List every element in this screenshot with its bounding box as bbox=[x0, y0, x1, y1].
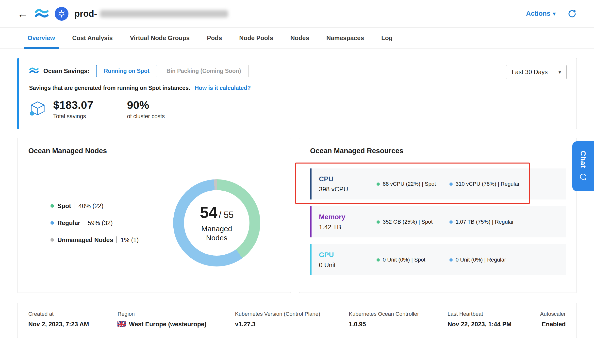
divider bbox=[110, 100, 110, 119]
cpu-total: 398 vCPU bbox=[319, 185, 371, 193]
top-bar: ← prod- bbox=[0, 0, 594, 28]
managed-nodes-body: Spot 40% (22) Regular 59% (32) Unmanaged… bbox=[28, 179, 280, 266]
legend-value: 59% (32) bbox=[88, 219, 113, 227]
total-savings-block: $183.07 Total savings bbox=[53, 99, 93, 120]
tab-node-pools[interactable]: Node Pools bbox=[239, 28, 274, 49]
cpu-head: CPU 398 vCPU bbox=[319, 175, 371, 193]
actions-button[interactable]: Actions ▾ bbox=[526, 10, 556, 17]
tab-namespaces[interactable]: Namespaces bbox=[326, 28, 364, 49]
memory-spot-stat: 352 GB (25%) | Spot bbox=[377, 219, 449, 225]
legend-value: 1% (1) bbox=[120, 236, 139, 244]
back-arrow-icon[interactable]: ← bbox=[17, 8, 29, 19]
cluster-cost-caption: of cluster costs bbox=[127, 113, 165, 120]
memory-regular-value: 1.07 TB (75%) | Regular bbox=[456, 219, 514, 225]
managed-resources-title: Ocean Managed Resources bbox=[310, 147, 566, 155]
savings-totals-row: $183.07 Total savings 90% of cluster cos… bbox=[29, 99, 566, 120]
tab-cost-analysis[interactable]: Cost Analysis bbox=[72, 28, 113, 49]
footer-region: Region West Europe (westeurope) bbox=[117, 311, 206, 328]
savings-description: Savings that are generated from running … bbox=[29, 85, 190, 91]
spot-dot-icon bbox=[50, 204, 54, 208]
gpu-label: GPU bbox=[319, 251, 371, 259]
gpu-total: 0 Unit bbox=[319, 261, 371, 269]
footer-k8s-version: Kubernetes Version (Control Plane) v1.27… bbox=[235, 311, 320, 328]
kubernetes-logo-icon bbox=[55, 7, 68, 21]
cpu-label: CPU bbox=[319, 175, 371, 183]
ocean-managed-nodes-card: Ocean Managed Nodes Spot 40% (22) Regula… bbox=[17, 138, 291, 293]
regular-dot-icon bbox=[50, 221, 54, 225]
period-dropdown[interactable]: Last 30 Days ▾ bbox=[506, 65, 567, 79]
memory-total: 1.42 TB bbox=[319, 223, 371, 231]
resource-row-cpu: CPU 398 vCPU 88 vCPU (22%) | Spot 310 vC… bbox=[310, 168, 566, 199]
how-calculated-link[interactable]: How is it calculated? bbox=[195, 85, 251, 91]
last-heartbeat-value: Nov 22, 2023, 1:44 PM bbox=[447, 321, 512, 328]
tab-virtual-node-groups[interactable]: Virtual Node Groups bbox=[130, 28, 190, 49]
tab-overview[interactable]: Overview bbox=[27, 28, 55, 49]
wave-icon bbox=[29, 67, 39, 76]
uk-flag-icon bbox=[117, 321, 126, 327]
spot-logo-icon bbox=[34, 8, 49, 20]
tab-pods[interactable]: Pods bbox=[206, 28, 222, 49]
divider bbox=[310, 162, 566, 162]
cpu-spot-stat: 88 vCPU (22%) | Spot bbox=[377, 181, 449, 187]
savings-toggle-group: Running on Spot Bin Packing (Coming Soon… bbox=[96, 65, 249, 77]
spot-dot-icon bbox=[377, 258, 380, 262]
cluster-info-footer: Created at Nov 2, 2023, 7:23 AM Region W… bbox=[17, 303, 577, 338]
footer-ocean-controller: Kubernetes Ocean Controller 1.0.95 bbox=[349, 311, 419, 328]
donut-caption: Managed Nodes bbox=[196, 224, 238, 243]
footer-autoscaler: Autoscaler Enabled bbox=[540, 311, 566, 328]
k8s-version-label: Kubernetes Version (Control Plane) bbox=[235, 311, 320, 317]
bin-packing-button[interactable]: Bin Packing (Coming Soon) bbox=[159, 65, 249, 77]
cpu-spot-value: 88 vCPU (22%) | Spot bbox=[383, 181, 436, 187]
cluster-cost-percent: 90% bbox=[127, 99, 165, 112]
refresh-button[interactable] bbox=[567, 9, 577, 18]
cluster-name-prefix: prod- bbox=[74, 9, 97, 19]
tab-log[interactable]: Log bbox=[381, 28, 393, 49]
autoscaler-value: Enabled bbox=[542, 321, 566, 328]
cpu-regular-value: 310 vCPU (78%) | Regular bbox=[456, 181, 520, 187]
ocean-controller-value: 1.0.95 bbox=[349, 321, 419, 328]
region-value: West Europe (westeurope) bbox=[129, 321, 206, 328]
cpu-stats: 88 vCPU (22%) | Spot 310 vCPU (78%) | Re… bbox=[377, 181, 520, 187]
divider bbox=[28, 162, 280, 162]
memory-stats: 352 GB (25%) | Spot 1.07 TB (75%) | Regu… bbox=[377, 219, 514, 225]
donut-count: 54 / 55 bbox=[200, 203, 233, 222]
k8s-version-value: v1.27.3 bbox=[235, 321, 320, 328]
chevron-down-icon: ▾ bbox=[559, 69, 561, 75]
tab-bar: Overview Cost Analysis Virtual Node Grou… bbox=[0, 28, 594, 49]
resource-row-memory: Memory 1.42 TB 352 GB (25%) | Spot 1.07 … bbox=[310, 206, 566, 237]
running-on-spot-button[interactable]: Running on Spot bbox=[96, 65, 157, 77]
chat-button[interactable]: Chat bbox=[572, 141, 594, 191]
memory-regular-stat: 1.07 TB (75%) | Regular bbox=[449, 219, 514, 225]
cube-icon bbox=[29, 100, 46, 118]
last-heartbeat-label: Last Heartbeat bbox=[447, 311, 512, 317]
memory-label: Memory bbox=[319, 213, 371, 221]
cluster-name-redacted bbox=[100, 10, 228, 17]
legend-item-spot: Spot 40% (22) bbox=[50, 202, 139, 210]
period-dropdown-value: Last 30 Days bbox=[512, 68, 548, 76]
refresh-icon bbox=[567, 9, 577, 18]
legend-value: 40% (22) bbox=[79, 202, 103, 210]
managed-count: 54 bbox=[200, 203, 217, 222]
gpu-spot-stat: 0 Unit (0%) | Spot bbox=[377, 257, 449, 263]
cpu-regular-stat: 310 vCPU (78%) | Regular bbox=[449, 181, 520, 187]
chat-label: Chat bbox=[579, 151, 587, 168]
spot-dot-icon bbox=[377, 220, 380, 224]
legend-label: Unmanaged Nodes bbox=[57, 236, 113, 244]
page: ← prod- bbox=[0, 0, 594, 364]
regular-dot-icon bbox=[449, 220, 453, 224]
savings-header-row: Ocean Savings: Running on Spot Bin Packi… bbox=[29, 65, 566, 77]
legend-item-regular: Regular 59% (32) bbox=[50, 219, 139, 227]
memory-head: Memory 1.42 TB bbox=[319, 213, 371, 231]
divider bbox=[75, 202, 75, 209]
total-savings-value: $183.07 bbox=[53, 99, 93, 112]
divider bbox=[116, 236, 117, 243]
resource-rows: CPU 398 vCPU 88 vCPU (22%) | Spot 310 vC… bbox=[310, 168, 566, 275]
tab-nodes[interactable]: Nodes bbox=[290, 28, 310, 49]
created-at-label: Created at bbox=[28, 311, 89, 317]
spot-dot-icon bbox=[377, 182, 380, 186]
managed-nodes-title: Ocean Managed Nodes bbox=[28, 147, 280, 155]
page-title: prod- bbox=[74, 9, 228, 19]
chevron-down-icon: ▾ bbox=[553, 11, 556, 17]
top-bar-actions: Actions ▾ bbox=[526, 9, 577, 18]
legend-label: Spot bbox=[57, 202, 71, 210]
